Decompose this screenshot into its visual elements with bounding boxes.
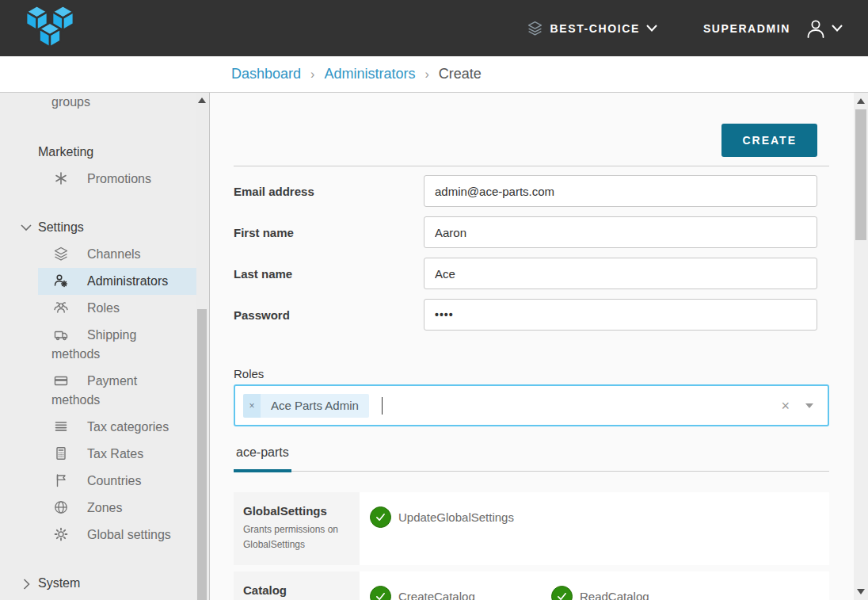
text-cursor bbox=[382, 397, 383, 415]
first-name-label: First name bbox=[234, 226, 424, 239]
permission-toggle[interactable]: ReadCatalog bbox=[551, 586, 733, 600]
flag-icon bbox=[53, 472, 69, 488]
scrollbar-thumb[interactable] bbox=[855, 109, 866, 240]
password-label: Password bbox=[234, 308, 424, 322]
sidebar-item-label: Promotions bbox=[87, 172, 151, 185]
sidebar-item-customer-groups[interactable]: Customer groups bbox=[38, 93, 196, 116]
layers-icon bbox=[53, 246, 69, 262]
sidebar-item-label: Roles bbox=[87, 301, 120, 315]
last-name-label: Last name bbox=[234, 267, 424, 281]
top-bar: BEST-CHOICE SUPERADMIN bbox=[0, 0, 868, 56]
sidebar-item-shipping-methods[interactable]: Shipping methods bbox=[38, 322, 196, 368]
permission-group-cell: GlobalSettings Grants permissions on Glo… bbox=[234, 492, 360, 565]
chip-label: Ace Parts Admin bbox=[261, 394, 369, 418]
permission-label: CreateCatalog bbox=[398, 590, 475, 600]
nav-section-settings[interactable]: Settings bbox=[0, 218, 196, 237]
email-address-field[interactable] bbox=[424, 175, 817, 207]
breadcrumb-create: Create bbox=[439, 66, 482, 82]
sidebar-item-roles[interactable]: Roles bbox=[38, 295, 196, 322]
truck-icon bbox=[53, 327, 69, 342]
sidebar-item-label: Channels bbox=[87, 247, 141, 261]
channel-tabs: ace-parts bbox=[234, 442, 829, 472]
sidebar-scroll-area: Customer groups Marketing Promotions Set… bbox=[0, 93, 196, 600]
permission-toggle[interactable]: UpdateGlobalSettings bbox=[370, 506, 551, 528]
chip-remove-icon[interactable]: × bbox=[243, 394, 261, 418]
divider bbox=[234, 166, 829, 166]
section-header-label: System bbox=[38, 576, 80, 590]
roles-select[interactable]: × Ace Parts Admin × bbox=[234, 384, 829, 426]
nav-section-system[interactable]: System bbox=[0, 574, 196, 593]
email-address-label: Email address bbox=[234, 185, 424, 198]
create-button[interactable]: CREATE bbox=[721, 124, 817, 157]
permission-toggle[interactable]: CreateCatalog bbox=[370, 586, 551, 600]
tab-ace-parts[interactable]: ace-parts bbox=[234, 442, 291, 472]
calculator-icon bbox=[53, 445, 69, 461]
permission-items-cell: UpdateGlobalSettings bbox=[360, 492, 829, 565]
breadcrumb-dashboard[interactable]: Dashboard bbox=[231, 66, 301, 82]
chevron-down-icon bbox=[832, 25, 843, 32]
check-circle-icon bbox=[370, 506, 391, 528]
permission-items-cell: CreateCatalog ReadCatalog UpdateCatalog bbox=[360, 571, 829, 600]
nav-section-marketing: Marketing bbox=[0, 143, 196, 162]
scroll-down-arrow[interactable] bbox=[857, 589, 865, 594]
chevron-down-icon bbox=[21, 223, 32, 232]
sidebar-scrollbar bbox=[196, 93, 208, 600]
password-field[interactable] bbox=[424, 299, 817, 331]
world-icon bbox=[53, 499, 69, 515]
cog-icon bbox=[53, 526, 69, 542]
check-circle-icon bbox=[551, 586, 573, 600]
scrollbar-thumb[interactable] bbox=[197, 309, 207, 600]
permission-label: ReadCatalog bbox=[580, 590, 649, 600]
scroll-up-arrow[interactable] bbox=[198, 97, 206, 103]
breadcrumb-separator: › bbox=[310, 67, 314, 82]
channel-label: BEST-CHOICE bbox=[550, 22, 640, 35]
roles-label: Roles bbox=[234, 367, 829, 380]
administrator-form: Email address First name Last name Passw… bbox=[234, 175, 829, 331]
table-row: GlobalSettings Grants permissions on Glo… bbox=[234, 492, 829, 565]
channel-switcher[interactable]: BEST-CHOICE bbox=[527, 20, 657, 36]
sidebar-nav: Customer groups Marketing Promotions Set… bbox=[0, 93, 210, 600]
first-name-field[interactable] bbox=[424, 216, 817, 248]
permission-group-name: GlobalSettings bbox=[243, 504, 350, 518]
sidebar-item-label: Administrators bbox=[87, 274, 168, 288]
roles-block: Roles × Ace Parts Admin × bbox=[234, 367, 829, 426]
scroll-up-arrow[interactable] bbox=[857, 98, 865, 104]
check-circle-icon bbox=[370, 586, 391, 600]
section-header-label: Settings bbox=[38, 220, 84, 234]
permissions-table: GlobalSettings Grants permissions on Glo… bbox=[234, 492, 829, 600]
user-label: SUPERADMIN bbox=[703, 22, 790, 35]
sidebar-item-label: Countries bbox=[87, 474, 141, 487]
credit-card-icon bbox=[53, 373, 69, 388]
sidebar-item-payment-methods[interactable]: Payment methods bbox=[38, 368, 196, 414]
select-clear-icon[interactable]: × bbox=[781, 399, 790, 413]
sidebar-item-global-settings[interactable]: Global settings bbox=[38, 522, 196, 548]
table-row: Catalog Grants permissions on Products, … bbox=[234, 571, 829, 600]
permission-label: UpdateGlobalSettings bbox=[398, 510, 514, 524]
sidebar-item-administrators[interactable]: Administrators bbox=[38, 268, 196, 295]
role-chip: × Ace Parts Admin bbox=[243, 394, 369, 418]
breadcrumb-administrators[interactable]: Administrators bbox=[324, 66, 415, 82]
sidebar-item-zones[interactable]: Zones bbox=[38, 495, 196, 522]
person-icon bbox=[805, 17, 827, 40]
sidebar-item-label: Global settings bbox=[87, 528, 171, 541]
select-caret-icon[interactable] bbox=[805, 403, 813, 408]
users-group-icon bbox=[53, 300, 69, 315]
sidebar-item-channels[interactable]: Channels bbox=[38, 241, 196, 268]
user-menu[interactable]: SUPERADMIN bbox=[703, 17, 843, 40]
main-content: CREATE Email address First name Last nam… bbox=[210, 93, 854, 600]
sidebar-item-tax-categories[interactable]: Tax categories bbox=[38, 414, 196, 441]
permission-group-description: Grants permissions on GlobalSettings bbox=[243, 522, 350, 552]
sidebar-item-label: Tax categories bbox=[87, 420, 169, 434]
asterisk-icon bbox=[53, 170, 69, 186]
permission-group-name: Catalog bbox=[243, 583, 350, 597]
layers-icon bbox=[527, 20, 543, 36]
sidebar-item-promotions[interactable]: Promotions bbox=[38, 166, 196, 193]
chevron-right-icon bbox=[23, 579, 30, 590]
sidebar-item-countries[interactable]: Countries bbox=[38, 468, 196, 495]
page-scrollbar bbox=[854, 93, 868, 600]
vendure-logo[interactable] bbox=[22, 5, 78, 54]
last-name-field[interactable] bbox=[424, 258, 817, 289]
sidebar-item-tax-rates[interactable]: Tax Rates bbox=[38, 441, 196, 468]
sidebar-item-label: Customer groups bbox=[51, 93, 142, 109]
list-icon bbox=[53, 418, 69, 434]
